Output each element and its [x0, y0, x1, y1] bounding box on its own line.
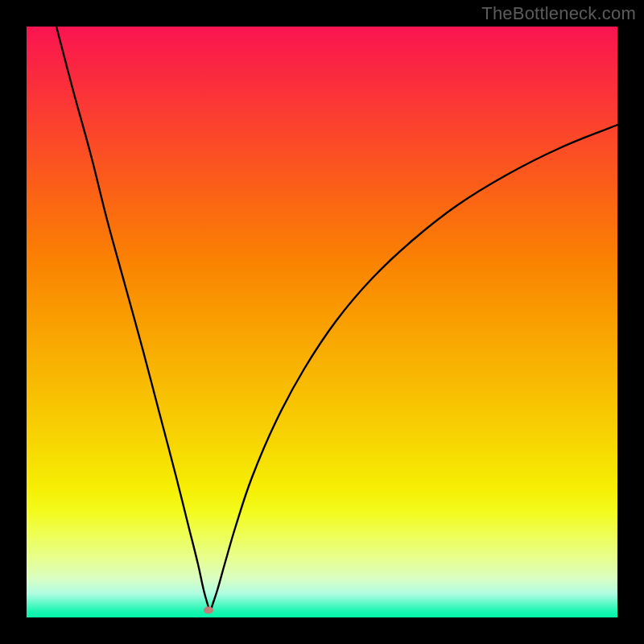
attribution-text: TheBottleneck.com [481, 3, 636, 24]
bottleneck-curve [27, 27, 617, 617]
chart-frame: TheBottleneck.com [0, 0, 644, 644]
optimum-marker [204, 607, 213, 614]
plot-area [27, 27, 617, 617]
